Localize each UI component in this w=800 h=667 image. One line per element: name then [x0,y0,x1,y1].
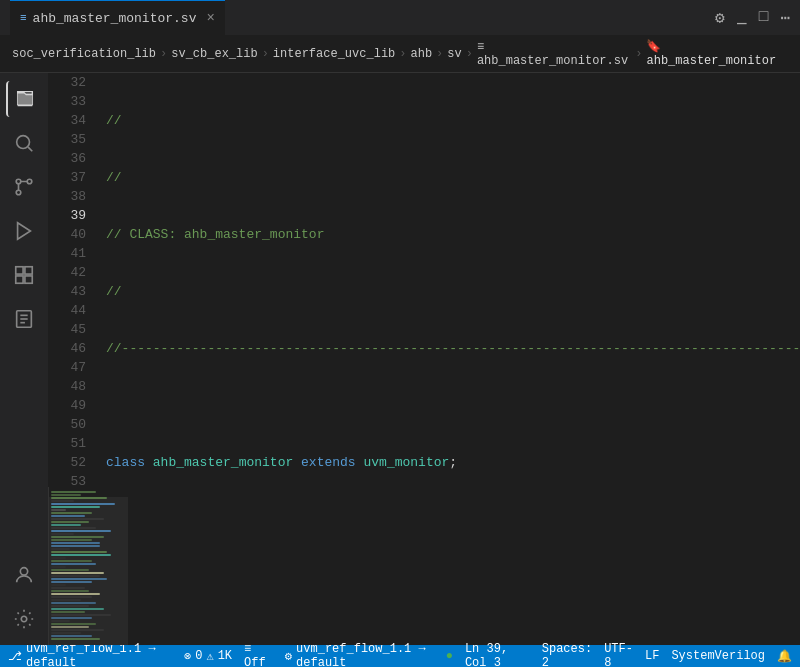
editor-tab[interactable]: ≡ ahb_master_monitor.sv × [10,0,225,35]
settings-icon[interactable]: ⚙ [715,8,725,28]
svg-point-14 [20,568,27,575]
flow-icon: ⚙ [285,649,292,664]
breadcrumb-item[interactable]: sv_cb_ex_lib [171,47,257,61]
line-ending-indicator[interactable]: LF [645,649,659,663]
activity-bar [0,73,48,645]
code-line: // [106,282,800,301]
encoding-indicator[interactable]: UTF-8 [604,642,633,667]
notebook-icon[interactable] [6,301,42,337]
maximize-icon[interactable]: □ [759,8,769,28]
svg-point-0 [17,136,30,149]
flow-indicator[interactable]: ⚙ uvm_ref_flow_1.1 → default [285,642,434,667]
minimap [48,487,128,645]
code-line: // [106,111,800,130]
code-area[interactable]: 32 33 34 35 36 37 38 39 40 41 42 43 44 4… [48,73,800,487]
status-left: ⎇ uvm_ref_flow_1.1 → default ⊗ 0 ⚠ 1K ≡ … [8,642,273,667]
code-line: class ahb_master_monitor extends uvm_mon… [106,453,800,472]
cursor-text: Ln 39, Col 3 [465,642,530,667]
status-right: ⚙ uvm_ref_flow_1.1 → default ● Ln 39, Co… [285,642,792,667]
code-line: // CLASS: ahb_master_monitor [106,225,800,244]
breadcrumb-item[interactable]: ≡ ahb_master_monitor.sv [477,40,631,68]
git-branch[interactable]: ⎇ uvm_ref_flow_1.1 → default [8,642,172,667]
language-indicator[interactable]: SystemVerilog [671,649,765,663]
run-icon[interactable] [6,213,42,249]
code-line [106,396,800,415]
minimize-icon[interactable]: ⎯ [737,8,747,28]
line-numbers: 32 33 34 35 36 37 38 39 40 41 42 43 44 4… [48,73,96,487]
activity-bar-bottom [6,557,42,645]
svg-rect-8 [25,276,32,283]
breadcrumb-item[interactable]: sv [447,47,461,61]
extensions-icon[interactable] [6,257,42,293]
error-icon: ⊗ [184,649,191,664]
svg-point-3 [27,179,32,184]
bell-icon: 🔔 [777,649,792,664]
svg-point-4 [16,190,21,195]
notification-icon[interactable]: 🔔 [777,649,792,664]
git-branch-name: uvm_ref_flow_1.1 → default [26,642,172,667]
breadcrumb-item[interactable]: soc_verification_lib [12,47,156,61]
dot-icon: ● [446,649,453,663]
error-count: 0 [195,649,202,663]
language-text: SystemVerilog [671,649,765,663]
source-control-icon[interactable] [6,169,42,205]
code-line: //--------------------------------------… [106,339,800,358]
dot-indicator: ● [446,649,453,663]
account-icon[interactable] [6,557,42,593]
git-icon: ⎇ [8,649,22,664]
warning-count: 1K [218,649,232,663]
svg-rect-9 [16,276,23,283]
flow-text: uvm_ref_flow_1.1 → default [296,642,434,667]
more-icon[interactable]: ⋯ [780,8,790,28]
window-controls: ⚙ ⎯ □ ⋯ [715,8,790,28]
line-ending-text: LF [645,649,659,663]
explorer-icon[interactable] [6,81,42,117]
off-status[interactable]: ≡ Off [244,642,273,667]
off-label: ≡ Off [244,642,273,667]
svg-point-2 [16,179,21,184]
title-bar: ≡ ahb_master_monitor.sv × ⚙ ⎯ □ ⋯ [0,0,800,35]
tab-close-button[interactable]: × [206,10,214,26]
breadcrumb-item[interactable]: interface_uvc_lib [273,47,395,61]
code-content[interactable]: // // // CLASS: ahb_master_monitor // //… [96,73,800,487]
breadcrumb: soc_verification_lib › sv_cb_ex_lib › in… [0,35,800,73]
svg-point-15 [21,616,27,622]
code-line: // [106,168,800,187]
editor: 32 33 34 35 36 37 38 39 40 41 42 43 44 4… [48,73,800,645]
errors-status[interactable]: ⊗ 0 ⚠ 1K [184,649,232,664]
svg-marker-5 [18,223,31,240]
status-bar: ⎇ uvm_ref_flow_1.1 → default ⊗ 0 ⚠ 1K ≡ … [0,645,800,667]
main-area: 32 33 34 35 36 37 38 39 40 41 42 43 44 4… [0,73,800,645]
warning-icon: ⚠ [206,649,213,664]
svg-rect-6 [16,267,23,274]
tab-filename: ahb_master_monitor.sv [33,11,197,26]
spaces-indicator[interactable]: Spaces: 2 [542,642,592,667]
encoding-text: UTF-8 [604,642,633,667]
cursor-position[interactable]: Ln 39, Col 3 [465,642,530,667]
spaces-text: Spaces: 2 [542,642,592,667]
file-icon: ≡ [20,12,27,24]
svg-line-1 [28,147,32,151]
breadcrumb-current[interactable]: 🔖 ahb_master_monitor [646,39,788,68]
svg-rect-7 [25,267,32,274]
search-icon[interactable] [6,125,42,161]
settings-gear-icon[interactable] [6,601,42,637]
breadcrumb-item[interactable]: ahb [410,47,432,61]
